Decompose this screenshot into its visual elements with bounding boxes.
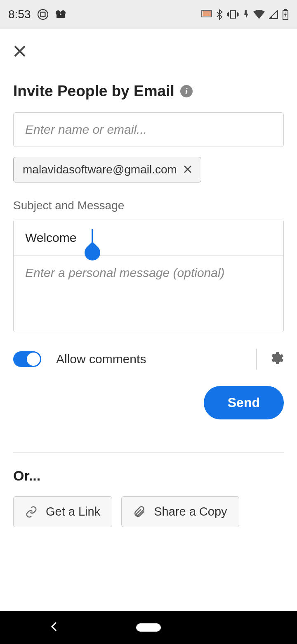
wifi-icon: 5 [253,10,265,19]
message-box [13,220,284,332]
svg-rect-4 [57,15,65,18]
subject-message-label: Subject and Message [13,199,284,212]
gear-icon[interactable] [268,350,284,368]
cast-icon [201,10,212,19]
share-copy-button[interactable]: Share a Copy [121,496,239,527]
svg-point-0 [38,9,48,19]
close-icon[interactable] [13,41,26,62]
chip-remove-icon[interactable] [184,163,192,176]
message-textarea[interactable] [14,256,283,330]
data-icon [243,9,249,19]
nav-back-icon[interactable] [50,621,58,634]
bluetooth-icon [216,9,223,20]
attachment-icon [133,506,146,518]
svg-rect-1 [40,12,45,17]
toggle-knob [27,353,40,366]
page-title: Invite People by Email [13,83,174,100]
allow-comments-toggle[interactable] [13,351,41,367]
get-link-button[interactable]: Get a Link [13,496,112,527]
nav-bar [0,611,297,644]
divider [13,452,284,453]
share-copy-label: Share a Copy [154,505,227,519]
chip-email-text: malavidasoftware@gmail.com [23,163,177,176]
svg-point-2 [56,10,61,15]
app-icon-2 [55,10,66,19]
svg-rect-14 [284,9,287,10]
email-input[interactable] [13,112,284,147]
info-icon[interactable]: i [180,85,193,97]
vibrate-icon [227,10,239,19]
signal-icon [269,10,278,19]
email-chip[interactable]: malavidasoftware@gmail.com [13,157,201,182]
subject-input[interactable] [14,220,283,256]
battery-icon [282,9,289,20]
send-button[interactable]: Send [204,386,284,419]
or-label: Or... [13,468,284,484]
link-icon [25,506,38,518]
svg-rect-7 [231,11,236,18]
toggle-label: Allow comments [56,352,146,366]
divider [256,349,257,369]
get-link-label: Get a Link [46,505,100,519]
app-icon-1 [38,9,48,20]
status-time: 8:53 [8,8,31,21]
svg-point-3 [61,10,66,15]
svg-text:5: 5 [262,15,264,19]
svg-rect-6 [203,11,211,16]
status-bar: 8:53 5 [0,0,297,29]
nav-home-icon[interactable] [136,623,161,632]
